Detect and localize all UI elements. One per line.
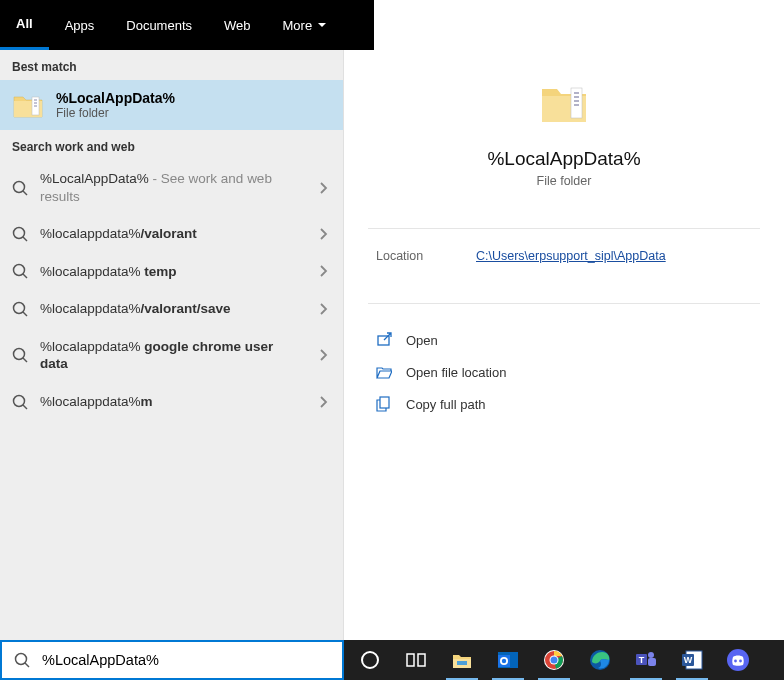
suggestion-item[interactable]: %localappdata%m: [0, 383, 343, 421]
best-match-title: %LocalAppData%: [56, 90, 175, 106]
folder-icon: [12, 91, 44, 119]
discord-icon: [726, 648, 750, 672]
taskbar-word[interactable]: W: [670, 640, 714, 680]
best-match-heading: Best match: [0, 50, 343, 80]
tab-web[interactable]: Web: [208, 0, 267, 50]
teams-icon: T: [634, 648, 658, 672]
svg-point-36: [739, 660, 742, 663]
preview-subtitle: File folder: [537, 174, 592, 188]
divider: [368, 303, 760, 304]
taskbar-file-explorer[interactable]: [440, 640, 484, 680]
best-match-item[interactable]: %LocalAppData% File folder: [0, 80, 343, 130]
suggestion-text: %localappdata%/valorant/save: [40, 300, 303, 318]
chevron-right-icon[interactable]: [315, 301, 331, 317]
scope-tabbar: All Apps Documents Web More: [0, 0, 784, 50]
taskbar: TW: [344, 640, 784, 680]
taskbar-chrome[interactable]: [532, 640, 576, 680]
suggestion-text: %localappdata% temp: [40, 263, 303, 281]
tab-documents[interactable]: Documents: [110, 0, 208, 50]
folder-open-icon: [376, 364, 392, 380]
feedback-icon[interactable]: [392, 14, 414, 36]
divider: [368, 228, 760, 229]
chevron-right-icon[interactable]: [315, 263, 331, 279]
search-icon: [12, 347, 28, 363]
suggestion-text: %LocalAppData% - See work and web result…: [40, 170, 303, 205]
cortana-icon: [358, 648, 382, 672]
search-icon: [12, 394, 28, 410]
suggestion-item[interactable]: %localappdata%/valorant: [0, 215, 343, 253]
search-input[interactable]: [42, 652, 330, 668]
edge-icon: [588, 648, 612, 672]
search-box[interactable]: [0, 640, 344, 680]
word-icon: W: [680, 648, 704, 672]
svg-rect-16: [418, 654, 425, 666]
svg-rect-15: [407, 654, 414, 666]
options-icon[interactable]: [434, 14, 456, 36]
chrome-icon: [542, 648, 566, 672]
search-web-heading: Search work and web: [0, 130, 343, 160]
suggestion-item[interactable]: %localappdata% temp: [0, 253, 343, 291]
chevron-right-icon[interactable]: [315, 226, 331, 242]
open-icon: [376, 332, 392, 348]
outlook-icon: [496, 648, 520, 672]
tab-apps[interactable]: Apps: [49, 0, 111, 50]
action-copy[interactable]: Copy full path: [360, 388, 768, 420]
action-label: Open file location: [406, 365, 506, 380]
svg-text:W: W: [684, 655, 693, 665]
svg-text:T: T: [639, 655, 645, 665]
search-icon: [12, 301, 28, 317]
chevron-right-icon[interactable]: [315, 347, 331, 363]
svg-rect-30: [648, 658, 656, 666]
chevron-down-icon: [318, 23, 326, 27]
action-label: Copy full path: [406, 397, 486, 412]
suggestion-item[interactable]: %localappdata%/valorant/save: [0, 290, 343, 328]
copy-icon: [376, 396, 392, 412]
taskbar-edge[interactable]: [578, 640, 622, 680]
suggestion-text: %localappdata% google chrome user data: [40, 338, 303, 373]
svg-rect-17: [457, 661, 467, 665]
action-open[interactable]: Open: [360, 324, 768, 356]
location-link[interactable]: C:\Users\erpsupport_sipl\AppData: [476, 249, 666, 263]
taskbar-discord[interactable]: [716, 640, 760, 680]
search-icon: [14, 652, 30, 668]
svg-point-14: [362, 652, 378, 668]
preview-title: %LocalAppData%: [487, 148, 640, 170]
folder-icon: [539, 80, 589, 128]
suggestion-item[interactable]: %localappdata% google chrome user data: [0, 328, 343, 383]
svg-point-29: [648, 652, 654, 658]
chevron-right-icon[interactable]: [315, 180, 331, 196]
taskbar-teams[interactable]: T: [624, 640, 668, 680]
suggestion-item[interactable]: %LocalAppData% - See work and web result…: [0, 160, 343, 215]
search-icon: [12, 263, 28, 279]
svg-point-25: [551, 657, 558, 664]
taskbar-outlook[interactable]: [486, 640, 530, 680]
svg-point-21: [502, 659, 506, 663]
best-match-subtitle: File folder: [56, 106, 175, 120]
preview-pane: %LocalAppData% File folder Location C:\U…: [344, 50, 784, 640]
file-explorer-icon: [450, 648, 474, 672]
location-label: Location: [376, 249, 476, 263]
task-view-icon: [404, 648, 428, 672]
action-label: Open: [406, 333, 438, 348]
taskbar-cortana[interactable]: [348, 640, 392, 680]
tab-all[interactable]: All: [0, 0, 49, 50]
search-icon: [12, 180, 28, 196]
svg-point-35: [734, 660, 737, 663]
search-icon: [12, 226, 28, 242]
chevron-right-icon[interactable]: [315, 394, 331, 410]
taskbar-task-view[interactable]: [394, 640, 438, 680]
action-folder-open[interactable]: Open file location: [360, 356, 768, 388]
suggestion-text: %localappdata%/valorant: [40, 225, 303, 243]
results-pane: Best match %LocalAppData% File folder Se…: [0, 50, 344, 640]
suggestion-text: %localappdata%m: [40, 393, 303, 411]
tab-more[interactable]: More: [267, 0, 343, 50]
